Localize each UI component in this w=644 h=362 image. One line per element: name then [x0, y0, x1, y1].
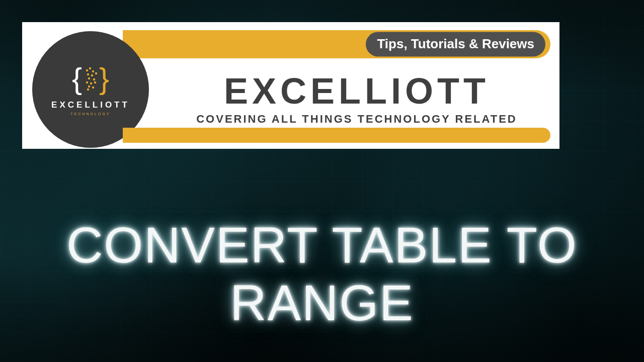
brace-right-glyph: } [99, 64, 109, 94]
bottom-accent-bar [123, 128, 550, 143]
brand-title: EXCELLIOTT [163, 70, 550, 112]
brand-subtitle: COVERING ALL THINGS TECHNOLOGY RELATED [163, 113, 550, 126]
main-headline: CONVERT TABLE TO RANGE [0, 216, 644, 332]
top-accent-bar: Tips, Tutorials & Reviews [123, 30, 550, 58]
brace-left-glyph: { [72, 64, 82, 94]
tagline-pill: Tips, Tutorials & Reviews [366, 32, 545, 57]
logo-name: EXCELLIOTT [51, 100, 130, 110]
brand-title-block: EXCELLIOTT COVERING ALL THINGS TECHNOLOG… [163, 70, 550, 126]
pixel-dots-icon [85, 66, 98, 92]
braces-pixel-icon: { } [72, 64, 109, 94]
header-card: Tips, Tutorials & Reviews { } [22, 22, 559, 149]
logo-subtext: TECHNOLOGY [70, 112, 110, 116]
